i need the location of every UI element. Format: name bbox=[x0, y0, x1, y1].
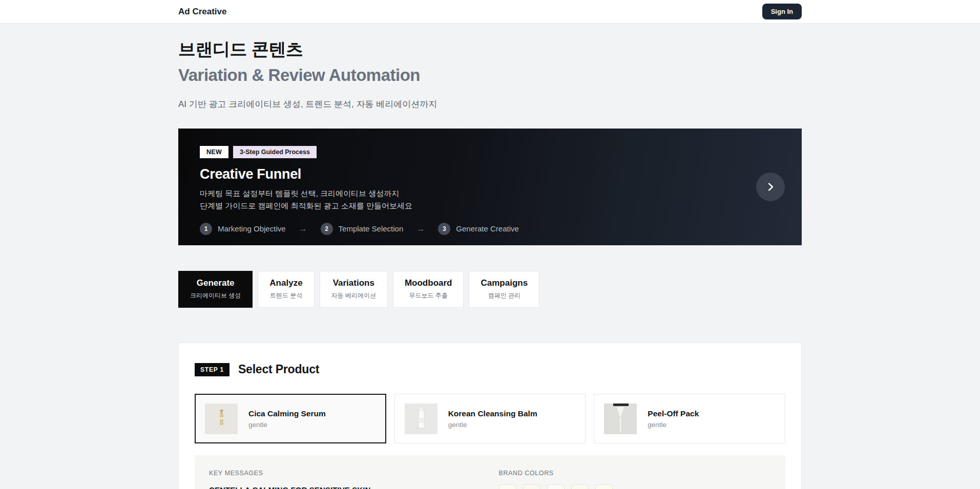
product-image-serum bbox=[205, 403, 238, 434]
step-badge: STEP 1 bbox=[195, 363, 230, 376]
key-message-headline: CENTELLA CALMING FOR SENSITIVE SKIN bbox=[209, 485, 482, 489]
step-number-badge: 1 bbox=[200, 223, 212, 235]
color-swatch bbox=[499, 484, 516, 489]
step-label: Marketing Objective bbox=[218, 224, 286, 233]
product-name: Peel-Off Pack bbox=[648, 409, 699, 418]
banner-title: Creative Funnel bbox=[200, 166, 780, 182]
tab-generate[interactable]: Generate 크리에이티브 생성 bbox=[178, 271, 253, 308]
tab-sublabel: 무드보드 추출 bbox=[405, 291, 452, 300]
tab-label: Moodboard bbox=[405, 278, 452, 288]
tab-variations[interactable]: Variations 자동 베리에이션 bbox=[320, 271, 388, 308]
tab-label: Generate bbox=[190, 278, 241, 288]
product-tone: gentle bbox=[448, 421, 537, 429]
step-header: STEP 1 Select Product bbox=[195, 363, 785, 376]
app-title: Ad Creative bbox=[178, 7, 226, 17]
new-badge: NEW bbox=[200, 146, 228, 158]
main-content: 브랜디드 콘텐츠 Variation & Review Automation A… bbox=[178, 24, 802, 489]
banner-description-line2: 단계별 가이드로 캠페인에 최적화된 광고 소재를 만들어보세요 bbox=[200, 200, 780, 212]
color-swatch bbox=[547, 484, 565, 489]
tab-sublabel: 트렌드 분석 bbox=[269, 291, 302, 300]
product-image-cleansing-balm bbox=[405, 403, 437, 434]
step-label: Template Selection bbox=[339, 224, 404, 233]
page-subtitle: AI 기반 광고 크리에이티브 생성, 트렌드 분석, 자동 베리에이션까지 bbox=[178, 98, 802, 110]
step-label: Generate Creative bbox=[456, 224, 519, 233]
product-detail-panel: KEY MESSAGES CENTELLA CALMING FOR SENSIT… bbox=[195, 455, 785, 489]
banner-step-2: 2 Template Selection bbox=[321, 223, 404, 235]
banner-steps: 1 Marketing Objective → 2 Template Selec… bbox=[200, 223, 780, 235]
section-tabs: Generate 크리에이티브 생성 Analyze 트렌드 분석 Variat… bbox=[178, 271, 802, 308]
step-number-badge: 2 bbox=[321, 223, 333, 235]
guided-process-badge: 3-Step Guided Process bbox=[233, 146, 317, 158]
key-messages-label: KEY MESSAGES bbox=[209, 470, 482, 477]
sign-in-button[interactable]: Sign In bbox=[762, 4, 802, 19]
banner-next-button[interactable] bbox=[756, 173, 785, 201]
tab-sublabel: 자동 베리에이션 bbox=[331, 291, 376, 300]
tab-label: Analyze bbox=[269, 278, 302, 288]
tab-label: Campaigns bbox=[481, 278, 528, 288]
tab-campaigns[interactable]: Campaigns 캠페인 관리 bbox=[469, 271, 539, 308]
banner-step-3: 3 Generate Creative bbox=[438, 223, 519, 235]
brand-colors-label: BRAND COLORS bbox=[499, 470, 772, 477]
tab-sublabel: 캠페인 관리 bbox=[481, 291, 528, 300]
page-title-english: Variation & Review Automation bbox=[178, 66, 802, 85]
tab-analyze[interactable]: Analyze 트렌드 분석 bbox=[258, 271, 314, 308]
product-tone: gentle bbox=[648, 421, 699, 429]
page-title-korean: 브랜디드 콘텐츠 bbox=[178, 38, 802, 61]
product-card-peel-off-pack[interactable]: Peel-Off Pack gentle bbox=[594, 394, 785, 443]
tab-moodboard[interactable]: Moodboard 무드보드 추출 bbox=[393, 271, 464, 308]
product-name: Cica Calming Serum bbox=[248, 409, 326, 418]
tab-sublabel: 크리에이티브 생성 bbox=[190, 291, 241, 300]
product-card-list: Cica Calming Serum gentle Korean Cleansi… bbox=[195, 394, 785, 443]
tab-label: Variations bbox=[331, 278, 376, 288]
product-card-text: Cica Calming Serum gentle bbox=[248, 409, 326, 429]
arrow-right-icon: → bbox=[293, 224, 314, 233]
chevron-right-icon bbox=[765, 182, 776, 192]
creative-funnel-banner[interactable]: NEW 3-Step Guided Process Creative Funne… bbox=[178, 129, 802, 245]
select-product-panel: STEP 1 Select Product Cica Calming Serum bbox=[178, 343, 802, 489]
key-messages-section: KEY MESSAGES CENTELLA CALMING FOR SENSIT… bbox=[209, 470, 482, 489]
banner-badges: NEW 3-Step Guided Process bbox=[200, 146, 780, 158]
product-card-cica-calming-serum[interactable]: Cica Calming Serum gentle bbox=[195, 394, 386, 443]
product-card-korean-cleansing-balm[interactable]: Korean Cleansing Balm gentle bbox=[394, 394, 586, 443]
step-number-badge: 3 bbox=[438, 223, 450, 235]
product-name: Korean Cleansing Balm bbox=[448, 409, 537, 418]
step-title: Select Product bbox=[238, 363, 319, 376]
color-swatch bbox=[523, 484, 540, 489]
color-swatch bbox=[595, 484, 613, 489]
product-image-peel-off-pack bbox=[604, 403, 637, 434]
banner-description-line1: 마케팅 목표 설정부터 템플릿 선택, 크리에이티브 생성까지 bbox=[200, 187, 780, 200]
arrow-right-icon: → bbox=[410, 224, 431, 233]
top-header: Ad Creative Sign In bbox=[0, 0, 980, 24]
brand-color-swatches bbox=[499, 484, 772, 489]
color-swatch bbox=[571, 484, 589, 489]
product-card-text: Peel-Off Pack gentle bbox=[648, 409, 699, 429]
banner-description: 마케팅 목표 설정부터 템플릿 선택, 크리에이티브 생성까지 단계별 가이드로… bbox=[200, 187, 780, 212]
product-tone: gentle bbox=[248, 421, 326, 429]
product-card-text: Korean Cleansing Balm gentle bbox=[448, 409, 537, 429]
brand-colors-section: BRAND COLORS bbox=[499, 470, 772, 489]
banner-step-1: 1 Marketing Objective bbox=[200, 223, 286, 235]
